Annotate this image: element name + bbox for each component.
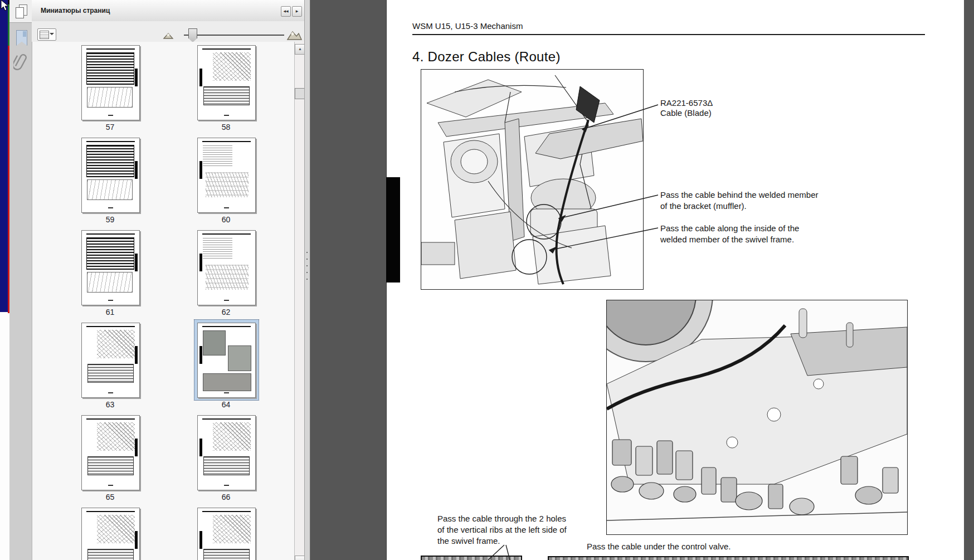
note-swivel-frame: Pass the cable along the inside of the w… bbox=[660, 223, 799, 245]
part-name: Cable (Blade) bbox=[660, 108, 713, 118]
panel-collapse-button[interactable]: ◀◀ bbox=[281, 6, 291, 17]
thumbnail-section-tab bbox=[199, 69, 202, 86]
background-window-strip-bottom bbox=[0, 312, 9, 560]
section-title: 4. Dozer Cables (Route) bbox=[412, 49, 561, 65]
thumbnail-page-59[interactable] bbox=[81, 138, 140, 213]
thumbnail-page-number-57[interactable]: 57 bbox=[81, 123, 139, 132]
thumbnail-section-tab bbox=[135, 346, 138, 364]
thumbnail-section-tab bbox=[135, 439, 138, 456]
thumbnail-page-number-66[interactable]: 66 bbox=[197, 493, 255, 501]
thumbnail-page-number-63[interactable]: 63 bbox=[81, 400, 139, 409]
thumbnail-page-number-60[interactable]: 60 bbox=[197, 215, 255, 224]
thumbnail-section-tab bbox=[199, 531, 202, 549]
thumbnail-zoom-slider-track[interactable] bbox=[184, 35, 284, 36]
thumbnail-section-tab bbox=[135, 69, 138, 86]
thumbnail-page-number-59[interactable]: 59 bbox=[81, 215, 139, 224]
figure-2-illustration bbox=[607, 300, 907, 534]
thumbnail-section-tab bbox=[199, 254, 202, 271]
thumbnail-page-61[interactable] bbox=[81, 230, 140, 305]
thumbnail-page-60[interactable] bbox=[197, 138, 256, 213]
page-thumbnails-icon[interactable] bbox=[16, 4, 27, 18]
thumbnail-page-66[interactable] bbox=[197, 415, 256, 490]
thumbnails-scrollbar[interactable] bbox=[294, 42, 305, 560]
thumbnails-list: 57 58 59 60 61 62 63 64 65 66 bbox=[32, 42, 305, 560]
attachments-paperclip-icon[interactable] bbox=[13, 51, 28, 74]
thumbnail-page[interactable] bbox=[81, 508, 140, 560]
thumbnail-page-number-65[interactable]: 65 bbox=[81, 493, 139, 501]
panel-options-arrow-button[interactable]: ▶ bbox=[292, 6, 302, 17]
thumbnail-options-icon[interactable] bbox=[37, 28, 56, 41]
figure-control-valve-cable bbox=[606, 300, 908, 535]
thumbnail-section-tab bbox=[135, 531, 138, 549]
partial-figure-left bbox=[421, 556, 522, 560]
thumbnail-section-tab bbox=[199, 439, 202, 456]
panel-title: Миниатюры страниц bbox=[41, 7, 110, 14]
page-section-tab bbox=[386, 177, 400, 283]
note-muffler: Pass the cable behind the welded member … bbox=[660, 189, 819, 212]
thumbnail-section-tab bbox=[135, 254, 138, 271]
thumbnail-page[interactable] bbox=[197, 508, 256, 560]
thumbnail-page-number-62[interactable]: 62 bbox=[197, 308, 255, 316]
panel-resize-separator[interactable] bbox=[304, 0, 310, 560]
thumbnail-page-58[interactable] bbox=[197, 45, 256, 120]
zoom-in-mountain-icon[interactable] bbox=[286, 29, 302, 41]
thumbnail-section-tab bbox=[199, 161, 202, 179]
thumbnail-section-tab bbox=[135, 161, 138, 179]
thumbnail-page-62[interactable] bbox=[197, 230, 256, 305]
caption-control-valve: Pass the cable under the control valve. bbox=[587, 542, 731, 551]
part-callout: RA221-6573Δ Cable (Blade) bbox=[660, 98, 713, 118]
thumbnail-page-65[interactable] bbox=[81, 415, 140, 490]
zoom-out-mountain-icon[interactable] bbox=[163, 31, 174, 40]
navigation-rail bbox=[9, 0, 32, 560]
figure-1-illustration bbox=[421, 70, 643, 289]
note-two-holes: Pass the cable through the 2 holes of th… bbox=[437, 513, 567, 547]
figure-engine-cable-route bbox=[421, 69, 644, 290]
part-number: RA221-6573Δ bbox=[660, 98, 713, 108]
thumbnail-page-63[interactable] bbox=[81, 323, 140, 398]
thumbnail-page-number-64[interactable]: 64 bbox=[197, 400, 255, 409]
thumbnail-page-number-61[interactable]: 61 bbox=[81, 308, 139, 316]
mouse-cursor bbox=[1, 0, 9, 12]
thumbnail-page-number-58[interactable]: 58 bbox=[197, 123, 255, 132]
partial-figure-right bbox=[548, 556, 909, 560]
thumbnail-page-64[interactable] bbox=[197, 323, 256, 398]
header-rule bbox=[412, 34, 925, 35]
document-header: WSM U15, U15-3 Mechanism bbox=[412, 21, 523, 31]
background-window-strip bbox=[0, 0, 8, 312]
thumbnail-page-57[interactable] bbox=[81, 45, 140, 120]
screenshot-root: Миниатюры страниц ◀◀ ▶ 57 58 59 60 61 bbox=[0, 0, 974, 560]
thumbnail-section-tab bbox=[199, 346, 202, 364]
